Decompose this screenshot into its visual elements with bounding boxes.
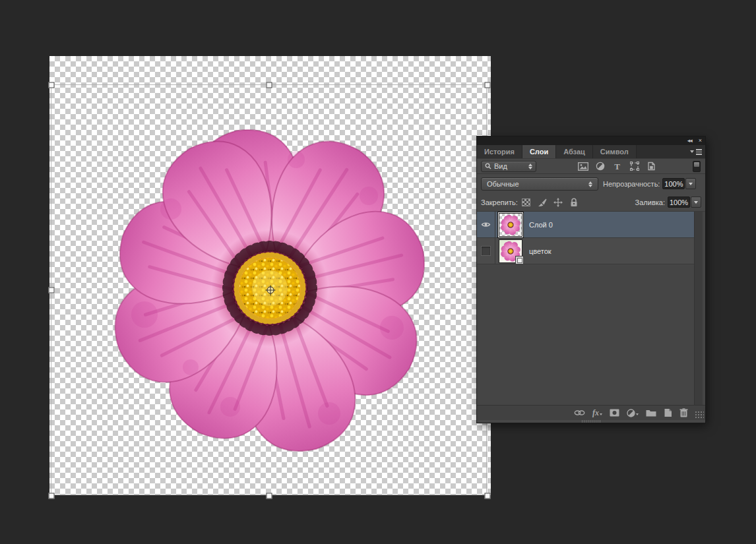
layer-thumbnail[interactable] <box>499 214 522 236</box>
smart-object-filter-icon[interactable] <box>646 162 657 171</box>
blend-mode-value: Обычные <box>487 180 519 188</box>
panel-titlebar[interactable]: ◂◂ × <box>477 136 705 145</box>
transform-reference-point[interactable] <box>267 287 274 294</box>
layer-filter-type-value: Вид <box>494 162 507 170</box>
transform-handle-top-right[interactable] <box>485 82 491 88</box>
transform-handle-top-center[interactable] <box>267 82 272 88</box>
opacity-value-field[interactable]: 100% <box>662 178 685 189</box>
flower-thumbnail-art <box>499 214 522 236</box>
lock-label: Закрепить: <box>481 198 518 206</box>
transform-bounding-box <box>51 84 487 495</box>
close-panel-icon[interactable]: × <box>699 138 701 144</box>
layer-name[interactable]: Слой 0 <box>529 221 553 229</box>
opacity-dropdown-button[interactable] <box>685 178 696 189</box>
type-layers-filter-icon[interactable]: T <box>612 162 623 171</box>
transform-handle-top-left[interactable] <box>49 82 55 88</box>
lock-transparency-icon[interactable] <box>522 198 531 207</box>
adjustment-layers-filter-icon[interactable] <box>594 162 606 171</box>
layer-filter-row: Вид T <box>477 159 705 174</box>
lock-row: Закрепить: Заливка: 100% <box>477 193 705 212</box>
layer-row-1[interactable]: цветок <box>477 238 695 264</box>
lock-all-icon[interactable] <box>569 198 579 207</box>
layer-visibility-toggle[interactable] <box>477 238 495 264</box>
transform-handle-bottom-center[interactable] <box>267 493 272 499</box>
shape-layers-filter-icon[interactable] <box>629 162 640 171</box>
layer-mask-icon[interactable] <box>610 409 619 417</box>
blend-mode-dropdown[interactable]: Обычные <box>481 177 598 191</box>
layers-list: Слой 0 цветок <box>477 212 705 405</box>
panel-height-drag-handle[interactable] <box>582 420 600 423</box>
tab-history[interactable]: История <box>477 145 522 158</box>
fx-label: fx <box>592 408 599 418</box>
new-layer-icon[interactable] <box>664 408 672 417</box>
transform-handle-middle-left[interactable] <box>49 287 55 293</box>
fill-label: Заливка: <box>635 198 665 206</box>
panel-resize-grip[interactable] <box>695 411 704 419</box>
delete-layer-icon[interactable] <box>679 408 688 417</box>
layer-row-0[interactable]: Слой 0 <box>477 212 695 238</box>
fill-dropdown-button[interactable] <box>691 196 701 208</box>
new-group-icon[interactable] <box>646 409 656 417</box>
fill-value-field[interactable]: 100% <box>668 196 690 208</box>
layer-style-icon[interactable]: fx <box>592 408 602 418</box>
panel-tab-bar: История Слои Абзац Символ <box>477 145 705 159</box>
svg-text:T: T <box>614 162 620 171</box>
blend-mode-row: Обычные Непрозрачность: 100% <box>477 174 705 193</box>
layers-panel-footer: fx <box>477 405 705 420</box>
smart-object-badge <box>515 256 524 264</box>
search-icon <box>485 163 491 169</box>
tab-layers[interactable]: Слои <box>522 145 556 158</box>
transform-handle-bottom-right[interactable] <box>485 493 491 499</box>
tab-character[interactable]: Символ <box>593 145 637 158</box>
transform-handle-bottom-left[interactable] <box>49 493 55 499</box>
opacity-label: Непрозрачность: <box>603 180 660 188</box>
eye-icon <box>481 221 491 228</box>
panel-menu-icon[interactable] <box>690 148 702 156</box>
layer-visibility-toggle[interactable] <box>477 212 495 237</box>
link-layers-icon[interactable] <box>574 409 585 417</box>
collapse-panel-icon[interactable]: ◂◂ <box>687 138 692 144</box>
document-canvas[interactable] <box>49 56 491 495</box>
chevron-updown-icon <box>528 164 532 169</box>
layers-scrollbar[interactable] <box>694 212 703 405</box>
new-adjustment-layer-icon[interactable] <box>627 409 639 417</box>
layers-panel: ◂◂ × История Слои Абзац Символ Вид <box>477 136 705 423</box>
lock-position-icon[interactable] <box>553 198 563 207</box>
layer-filtering-toggle[interactable] <box>693 161 701 172</box>
lock-pixels-icon[interactable] <box>538 198 547 207</box>
chevron-updown-icon <box>588 181 592 187</box>
pixel-layers-filter-icon[interactable] <box>577 162 588 171</box>
layer-name[interactable]: цветок <box>529 247 551 255</box>
tab-paragraph[interactable]: Абзац <box>556 145 593 158</box>
hidden-layer-checkbox <box>481 246 491 256</box>
layer-filter-type-dropdown[interactable]: Вид <box>481 161 536 172</box>
layer-thumbnail[interactable] <box>499 240 522 262</box>
photoshop-workspace: ◂◂ × История Слои Абзац Символ Вид <box>0 0 756 544</box>
